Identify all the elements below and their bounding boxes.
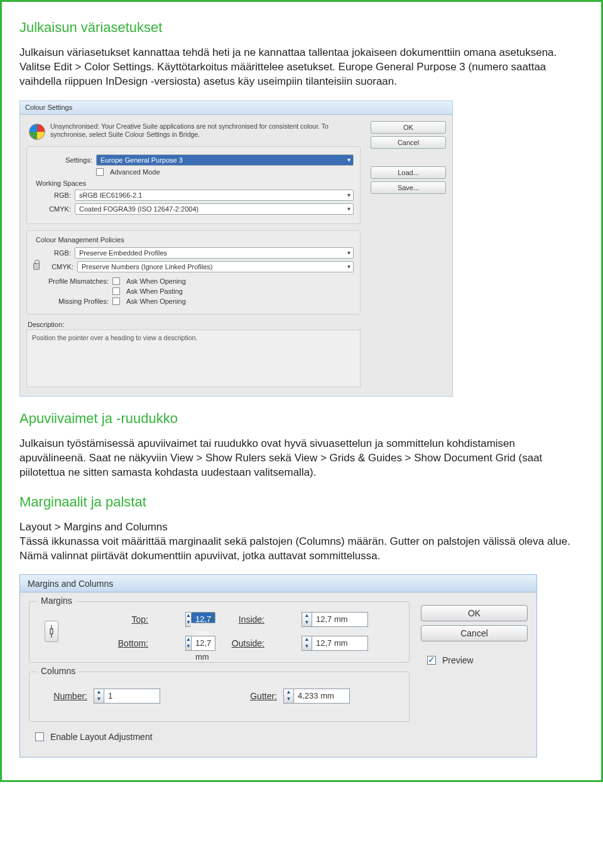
heading-color-settings: Julkaisun väriasetukset <box>19 19 584 36</box>
spinner-arrows-icon[interactable]: ▲▼ <box>94 689 104 704</box>
preview-checkbox[interactable] <box>427 656 436 665</box>
colour-settings-dialog: Colour Settings Unsynchronised: Your Cre… <box>19 100 453 397</box>
policy-cmyk-label: CMYK: <box>45 263 73 271</box>
policy-cmyk-dropdown[interactable]: Preserve Numbers (Ignore Linked Profiles… <box>77 261 354 272</box>
rgb-label: RGB: <box>33 191 71 199</box>
spinner-arrows-icon[interactable]: ▲▼ <box>302 612 312 627</box>
policy-rgb-label: RGB: <box>33 249 71 257</box>
policies-group: Colour Management Policies RGB: Preserve… <box>26 230 361 314</box>
description-label: Description: <box>28 321 361 328</box>
link-margins-icon[interactable] <box>45 621 58 642</box>
columns-legend: Columns <box>37 666 79 676</box>
number-spinner[interactable]: ▲▼ 1 <box>94 689 160 704</box>
settings-dropdown[interactable]: Europe General Purpose 3 <box>96 154 354 166</box>
spinner-arrows-icon[interactable]: ▲▼ <box>185 612 191 627</box>
bottom-label: Bottom: <box>100 638 148 648</box>
para-guides-grid: Julkaisun työstämisessä apuviivaimet tai… <box>19 437 584 480</box>
inside-input[interactable]: 12,7 mm <box>312 612 368 627</box>
mismatch-label: Profile Mismatches: <box>33 277 109 285</box>
rgb-dropdown[interactable]: sRGB IEC61966-2.1 <box>75 190 354 201</box>
description-box: Position the pointer over a heading to v… <box>26 330 361 387</box>
cancel-button[interactable]: Cancel <box>421 625 528 641</box>
number-label: Number: <box>40 691 87 701</box>
advanced-mode-checkbox[interactable] <box>96 168 104 176</box>
missing-open-label: Ask When Opening <box>126 297 186 305</box>
policies-label: Colour Management Policies <box>36 236 354 244</box>
mismatch-paste-checkbox[interactable] <box>112 287 120 295</box>
spinner-arrows-icon[interactable]: ▲▼ <box>283 689 293 704</box>
dialog2-titlebar: Margins and Columns <box>20 575 536 592</box>
margins-legend: Margins <box>37 596 76 606</box>
preview-row[interactable]: Preview <box>421 655 528 665</box>
dialog2-title: Margins and Columns <box>28 579 113 589</box>
gutter-input[interactable]: 4,233 mm <box>293 689 350 704</box>
missing-open-checkbox[interactable] <box>112 297 120 305</box>
advanced-mode-label: Advanced Mode <box>110 168 160 176</box>
missing-label: Missing Profiles: <box>33 297 109 305</box>
columns-fieldset: Columns Number: ▲▼ 1 Gutter: ▲▼ 4,233 mm <box>29 672 410 722</box>
working-spaces-label: Working Spaces <box>36 179 354 187</box>
spinner-arrows-icon[interactable]: ▲▼ <box>302 636 312 651</box>
outside-spinner[interactable]: ▲▼ 12,7 mm <box>302 636 399 651</box>
settings-label: Settings: <box>33 156 92 164</box>
bottom-spinner[interactable]: ▲▼ 12,7 mm <box>185 636 210 651</box>
enable-layout-label: Enable Layout Adjustment <box>50 732 153 742</box>
margins-desc: Tässä ikkunassa voit määrittää marginaal… <box>19 535 570 562</box>
top-input[interactable]: 12,7 mm <box>191 612 215 623</box>
dialog-titlebar: Colour Settings <box>20 101 452 115</box>
outside-label: Outside: <box>217 638 264 648</box>
enable-layout-checkbox[interactable] <box>35 732 44 741</box>
mismatch-open-checkbox[interactable] <box>112 277 120 285</box>
dialog-title: Colour Settings <box>25 104 72 111</box>
heading-guides-grid: Apuviivaimet ja -ruudukko <box>19 410 584 427</box>
para-margins-columns: Layout > Margins and Columns Tässä ikkun… <box>19 520 584 564</box>
top-spinner[interactable]: ▲▼ 12,7 mm <box>185 612 210 627</box>
ok-button[interactable]: OK <box>371 121 446 134</box>
sync-message: Unsynchronised: Your Creative Suite appl… <box>50 122 358 140</box>
ok-button[interactable]: OK <box>421 605 528 621</box>
heading-margins-columns: Marginaalit ja palstat <box>19 494 584 510</box>
bottom-input[interactable]: 12,7 mm <box>191 636 215 651</box>
cancel-button[interactable]: Cancel <box>371 136 446 149</box>
number-input[interactable]: 1 <box>104 689 160 704</box>
cmyk-label: CMYK: <box>33 205 71 213</box>
inside-label: Inside: <box>217 614 264 624</box>
save-button[interactable]: Save... <box>371 181 446 194</box>
gutter-spinner[interactable]: ▲▼ 4,233 mm <box>283 689 350 704</box>
preview-label: Preview <box>442 655 474 665</box>
margins-columns-dialog: Margins and Columns Margins Top: ▲▼ 12,7… <box>19 574 537 758</box>
margins-fieldset: Margins Top: ▲▼ 12,7 mm Inside: ▲▼ 12,7 … <box>29 601 410 663</box>
inside-spinner[interactable]: ▲▼ 12,7 mm <box>302 612 399 627</box>
outside-input[interactable]: 12,7 mm <box>312 636 368 651</box>
policy-rgb-dropdown[interactable]: Preserve Embedded Profiles <box>75 247 354 259</box>
cmyk-dropdown[interactable]: Coated FOGRA39 (ISO 12647-2:2004) <box>75 203 354 215</box>
settings-group: Settings: Europe General Purpose 3 Advan… <box>26 146 361 224</box>
load-button[interactable]: Load... <box>371 166 446 179</box>
top-label: Top: <box>100 614 148 624</box>
lock-icon <box>33 263 40 270</box>
enable-layout-row[interactable]: Enable Layout Adjustment <box>29 731 410 748</box>
sync-status-icon <box>29 124 45 140</box>
gutter-label: Gutter: <box>229 691 277 701</box>
spinner-arrows-icon[interactable]: ▲▼ <box>185 636 191 651</box>
mismatch-paste-label: Ask When Pasting <box>126 287 183 295</box>
para-color-settings: Julkaisun väriasetukset kannattaa tehdä … <box>19 46 584 89</box>
margins-intro: Layout > Margins and Columns <box>19 521 168 533</box>
mismatch-open-label: Ask When Opening <box>126 277 186 285</box>
